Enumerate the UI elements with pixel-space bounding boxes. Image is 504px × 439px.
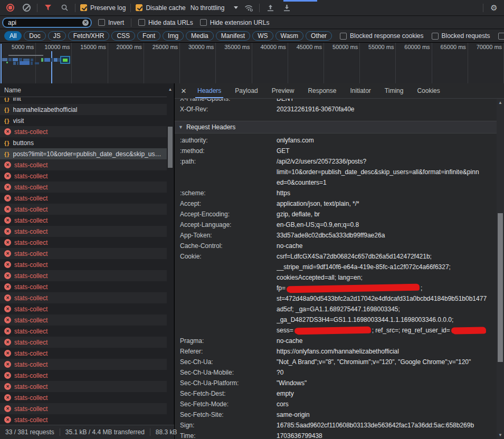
request-row[interactable]: {}buttons — [0, 137, 167, 148]
hide-extension-urls-checkbox[interactable]: Hide extension URLs — [200, 19, 270, 26]
request-row[interactable]: ✕stats-collect — [0, 204, 167, 215]
request-row[interactable]: ✕stats-collect — [0, 281, 167, 292]
request-row[interactable]: ✕stats-collect — [0, 359, 167, 370]
preserve-log-checkbox[interactable]: Preserve log — [80, 4, 126, 12]
filter-input[interactable] — [7, 18, 82, 27]
type-filter-all[interactable]: All — [4, 31, 22, 41]
checkbox-checked-icon — [80, 4, 87, 11]
tab-headers[interactable]: Headers — [191, 83, 228, 98]
request-row[interactable]: ✕stats-collect — [0, 326, 167, 337]
type-filter-manifest[interactable]: Manifest — [216, 31, 250, 41]
request-row[interactable]: ✕stats-collect — [0, 126, 167, 137]
scrollbar-thumb[interactable] — [498, 213, 503, 362]
request-row[interactable]: ✕stats-collect — [0, 270, 167, 281]
filter-checkbox-blocked-response-cookies[interactable]: Blocked response cookies — [340, 32, 423, 40]
request-row[interactable]: ✕stats-collect — [0, 259, 167, 270]
clear-filter-icon[interactable]: ✕ — [82, 20, 89, 26]
export-har-button[interactable] — [281, 2, 292, 14]
header-value-line: _ga_D4827DS3H4=GS1.1.1698003344.1.1.1698… — [277, 314, 497, 325]
request-row[interactable]: ✕stats-collect — [0, 348, 167, 359]
scroll-down-icon[interactable]: ▼ — [497, 433, 504, 437]
scroll-up-icon[interactable]: ▲ — [167, 87, 174, 92]
name-column-header[interactable]: Name — [0, 83, 174, 97]
header-row: :path:/api2/v2/users/20572336/posts?limi… — [175, 156, 497, 188]
request-row[interactable]: ✕stats-collect — [0, 159, 167, 170]
divider — [130, 4, 131, 12]
request-list-scrollbar[interactable]: ▲ — [167, 83, 174, 425]
request-row[interactable]: ✕stats-collect — [0, 303, 167, 314]
clipped-header-row: X-Frame-Options:DENY — [175, 99, 497, 104]
devtools-network-panel: Preserve log Disable cache No throttling — [0, 0, 504, 439]
request-row[interactable]: ✕stats-collect — [0, 170, 167, 182]
request-row[interactable]: ✕stats-collect — [0, 314, 167, 326]
request-row[interactable]: ✕stats-collect — [0, 392, 167, 403]
request-row[interactable]: {}posts?limit=10&order=publish_date_desc… — [0, 148, 167, 159]
details-scrollbar[interactable]: ▲ ▼ — [497, 99, 504, 439]
header-value: 202312261916-30670fa40e — [277, 104, 497, 114]
request-row[interactable]: ✕stats-collect — [0, 226, 167, 237]
disable-cache-checkbox[interactable]: Disable cache — [136, 4, 185, 12]
request-row[interactable]: ✕stats-collect — [0, 292, 167, 303]
request-name: stats-collect — [14, 250, 165, 257]
filter-checkbox-3rd-party-requests[interactable]: 3rd-party requests — [498, 32, 504, 40]
tab-preview[interactable]: Preview — [265, 83, 301, 98]
request-row[interactable]: ✕stats-collect — [0, 370, 167, 381]
type-filter-media[interactable]: Media — [186, 31, 214, 41]
request-row[interactable]: {}hannahelizabethofficial — [0, 104, 167, 115]
type-filter-wasm[interactable]: Wasm — [275, 31, 304, 41]
tab-cookies[interactable]: Cookies — [410, 83, 446, 98]
hide-data-urls-checkbox[interactable]: Hide data URLs — [138, 19, 193, 26]
request-name: stats-collect — [14, 339, 165, 346]
record-button[interactable] — [4, 2, 16, 14]
network-conditions-button[interactable] — [243, 2, 254, 14]
settings-gear-icon[interactable]: ⚙ — [488, 2, 500, 14]
type-filter-img[interactable]: Img — [163, 31, 184, 41]
invert-checkbox[interactable]: Invert — [98, 19, 124, 26]
filter-checkbox-blocked-requests[interactable]: Blocked requests — [432, 32, 490, 40]
header-name: Pragma: — [175, 336, 277, 346]
clear-button[interactable] — [21, 2, 32, 14]
header-value-line: onlyfans.com — [277, 135, 497, 146]
selection-guide-left[interactable] — [1, 44, 2, 83]
request-headers-section[interactable]: ▼ Request Headers — [175, 121, 497, 133]
request-row[interactable]: ✕stats-collect — [0, 182, 167, 193]
type-filter-doc[interactable]: Doc — [24, 31, 45, 41]
waterfall-bar — [41, 58, 43, 62]
request-row[interactable]: ✕stats-collect — [0, 381, 167, 392]
request-row[interactable]: ✕stats-collect — [0, 193, 167, 204]
type-filter-other[interactable]: Other — [306, 31, 332, 41]
selection-guide-right[interactable] — [51, 51, 52, 83]
type-filter-fetch-xhr[interactable]: Fetch/XHR — [68, 31, 110, 41]
type-filter-font[interactable]: Font — [137, 31, 160, 41]
request-row[interactable]: ✕stats-collect — [0, 414, 167, 425]
search-button[interactable] — [59, 2, 70, 14]
import-har-button[interactable] — [264, 2, 276, 14]
type-filter-ws[interactable]: WS — [252, 31, 273, 41]
throttling-select[interactable]: No throttling — [191, 4, 239, 12]
header-row: Sec-Fetch-Mode:cors — [175, 399, 497, 409]
tab-initiator[interactable]: Initiator — [343, 83, 377, 98]
scrollbar-thumb[interactable] — [168, 127, 173, 168]
header-value-line: cookiesAccepted=all; lang=en; — [277, 272, 497, 283]
request-row[interactable]: {}init — [0, 98, 167, 104]
request-row[interactable]: ✕stats-collect — [0, 237, 167, 248]
network-overview[interactable]: 5000 ms10000 ms15000 ms20000 ms25000 ms3… — [0, 43, 504, 84]
request-row[interactable]: ✕stats-collect — [0, 337, 167, 348]
request-row[interactable]: {}visit — [0, 115, 167, 126]
type-filter-js[interactable]: JS — [48, 31, 66, 41]
scroll-up-icon[interactable]: ▲ — [497, 100, 504, 105]
type-filter-css[interactable]: CSS — [111, 31, 135, 41]
request-row[interactable]: ✕stats-collect — [0, 248, 167, 259]
tab-timing[interactable]: Timing — [378, 83, 411, 98]
filter-toggle-button[interactable] — [42, 2, 54, 14]
tab-response[interactable]: Response — [301, 83, 343, 98]
error-icon: ✕ — [4, 416, 11, 423]
tab-payload[interactable]: Payload — [228, 83, 264, 98]
header-name: X-Frame-Options: — [175, 99, 277, 104]
error-icon: ✕ — [4, 250, 11, 257]
request-row[interactable]: ✕stats-collect — [0, 403, 167, 414]
checkbox-label: Blocked response cookies — [350, 32, 423, 40]
request-list-pane: Name {}init{}hannahelizabethofficial{}vi… — [0, 83, 174, 425]
request-row[interactable]: ✕stats-collect — [0, 215, 167, 226]
close-details-button[interactable]: ✕ — [177, 87, 191, 95]
